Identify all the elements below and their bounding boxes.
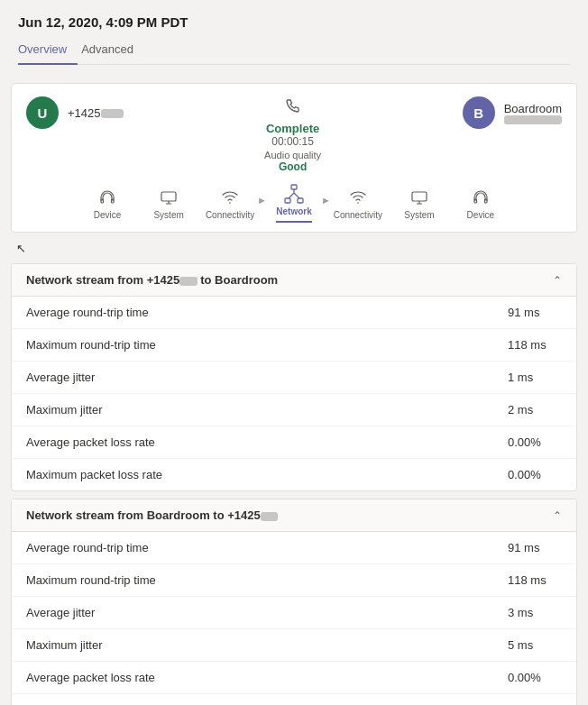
stream2-header[interactable]: Network stream from Boardroom to +1425 ⌃ [12,499,576,532]
icon-label-system-left: System [153,210,183,220]
call-card: U +1425 Complete 00:00:15 Audio quality … [11,83,577,233]
icon-device-right[interactable]: Device [450,188,511,220]
phone-blur [101,109,124,118]
row-label: Average round-trip time [26,306,508,319]
participant-left: U +1425 [26,96,124,129]
icon-connectivity-right[interactable]: Connectivity [327,188,389,220]
table-row: Average packet loss rate 0.00% [12,426,576,459]
icon-device-left[interactable]: Device [77,188,138,220]
tabs-row: Overview Advanced [18,37,570,65]
network-icon [284,184,304,204]
tab-overview[interactable]: Overview [18,37,78,65]
svg-point-3 [229,202,231,204]
table-row: Maximum packet loss rate 0.00% [12,459,576,490]
stream1-section: Network stream from +1425 to Boardroom ⌃… [11,263,577,491]
table-row: Average jitter 1 ms [12,362,576,394]
right-sub-blur [504,115,562,124]
headset-left-icon [97,188,117,207]
svg-rect-6 [298,198,303,203]
svg-rect-5 [285,198,290,203]
monitor-left-icon [159,188,179,207]
stream1-title: Network stream from +1425 to Boardroom [26,273,278,287]
stream2-title: Network stream from Boardroom to +1425 [26,508,278,522]
audio-quality-label: Audio quality [264,150,321,160]
row-label: Maximum round-trip time [26,338,508,352]
avatar-left: U [26,96,59,129]
participants-row: U +1425 Complete 00:00:15 Audio quality … [26,96,562,173]
row-label: Maximum jitter [26,638,508,652]
row-value: 1 ms [508,371,562,384]
headset-right-icon [471,188,491,207]
row-label: Average packet loss rate [26,435,508,449]
row-value: 0.00% [508,671,562,684]
stream1-header[interactable]: Network stream from +1425 to Boardroom ⌃ [12,264,576,297]
active-underline [276,221,312,223]
row-value: 118 ms [508,573,562,587]
call-center: Complete 00:00:15 Audio quality Good [124,96,463,173]
stream1-rows: Average round-trip time 91 ms Maximum ro… [12,297,576,490]
icon-label-device-right: Device [467,210,495,220]
row-label: Average round-trip time [26,541,508,554]
icon-network-center[interactable]: Network [263,184,325,223]
icon-connectivity-left[interactable]: Connectivity [199,188,261,220]
icon-system-left[interactable]: System [138,188,199,220]
table-row: Average round-trip time 91 ms [12,297,576,329]
row-value: 91 ms [508,541,562,554]
row-value: 3 ms [508,606,562,619]
page-timestamp: Jun 12, 2020, 4:09 PM PDT [18,14,570,30]
row-value: 0.00% [508,468,562,481]
table-row: Maximum round-trip time 118 ms [12,564,576,597]
icon-label-device-left: Device [94,210,122,220]
call-duration: 00:00:15 [271,135,314,148]
row-label: Maximum jitter [26,403,508,417]
stream2-phone-blur [261,512,278,521]
icon-label-system-right: System [404,210,434,220]
participant-left-phone: +1425 [68,106,124,120]
monitor-right-icon [409,188,429,207]
icon-label-connectivity-left: Connectivity [206,210,254,220]
row-value: 0.00% [508,435,562,449]
icon-label-connectivity-right: Connectivity [334,210,382,220]
phone-icon [284,96,302,119]
svg-rect-2 [161,192,176,201]
participant-right-name: Boardroom [504,102,562,115]
svg-rect-4 [291,185,297,189]
cursor-area: ↖ [0,240,588,256]
row-label: Average jitter [26,606,508,619]
stream1-phone-blur [179,277,197,286]
row-value: 2 ms [508,403,562,417]
row-label: Average jitter [26,371,508,384]
call-status: Complete [266,122,319,135]
table-row: Maximum round-trip time 118 ms [12,329,576,362]
table-row: Average round-trip time 91 ms [12,532,576,564]
svg-point-7 [357,202,359,204]
row-value: 5 ms [508,638,562,652]
stream1-collapse-icon[interactable]: ⌃ [553,274,562,287]
icon-label-network: Network [276,206,311,216]
svg-rect-8 [412,192,427,201]
table-row: Maximum packet loss rate 0.00% [12,694,576,705]
row-label: Average packet loss rate [26,671,508,684]
wifi-right-icon [348,188,368,207]
page-wrapper: Jun 12, 2020, 4:09 PM PDT Overview Advan… [0,0,588,705]
icon-system-right[interactable]: System [389,188,450,220]
table-row: Average packet loss rate 0.00% [12,662,576,694]
table-row: Average jitter 3 ms [12,597,576,629]
stream2-rows: Average round-trip time 91 ms Maximum ro… [12,532,576,705]
table-row: Maximum jitter 2 ms [12,394,576,426]
participant-right-info: Boardroom [504,102,562,124]
row-label: Maximum packet loss rate [26,468,508,481]
wifi-left-icon [220,188,240,207]
stream2-section: Network stream from Boardroom to +1425 ⌃… [11,499,577,705]
header-area: Jun 12, 2020, 4:09 PM PDT Overview Advan… [0,0,588,72]
cursor-indicator: ↖ [16,242,26,255]
stream2-collapse-icon[interactable]: ⌃ [553,509,562,522]
table-row: Maximum jitter 5 ms [12,629,576,662]
avatar-right: B [463,96,495,129]
row-label: Maximum round-trip time [26,573,508,587]
row-value: 118 ms [508,338,562,352]
icons-row: Device System Connectivity ► [26,184,562,223]
participant-left-info: +1425 [68,106,124,120]
participant-right: B Boardroom [463,96,562,129]
tab-advanced[interactable]: Advanced [78,37,144,65]
